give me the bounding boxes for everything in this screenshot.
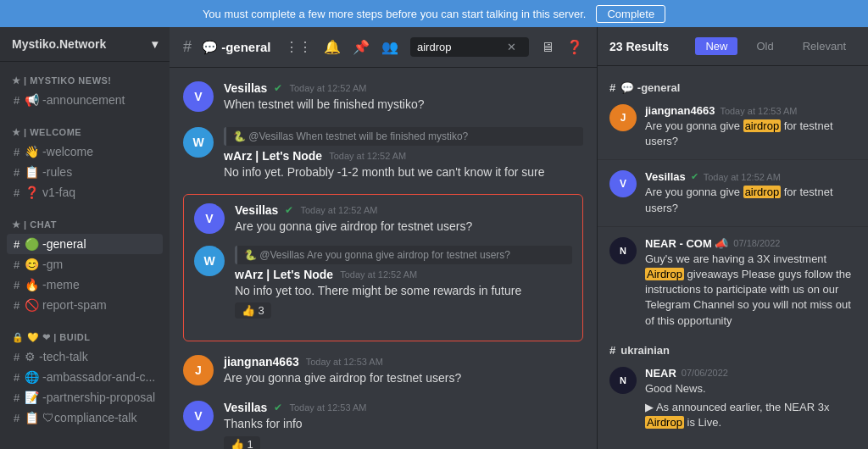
verified-icon: ✔: [691, 171, 698, 182]
message-content: Vesillas ✔ Today at 12:52 AM When testne…: [224, 81, 583, 114]
sidebar-item-gm[interactable]: # 😊 -gm: [7, 254, 163, 274]
clear-search-icon[interactable]: ✕: [507, 41, 516, 53]
search-panel-header: 23 Results New Old Relevant: [598, 27, 868, 66]
search-result-item: V Vesillas ✔ Today at 12:52 AM Are you g…: [598, 164, 868, 222]
message-time: Today at 12:53 AM: [289, 402, 366, 413]
inbox-icon[interactable]: 🖥: [541, 40, 554, 55]
result-header: Vesillas ✔ Today at 12:52 AM: [645, 170, 856, 183]
result-author: jiangnan4663: [645, 104, 715, 117]
message-time: Today at 12:52 AM: [289, 83, 366, 93]
members-icon[interactable]: 👥: [381, 39, 398, 55]
message-header: Vesillas ✔ Today at 12:53 AM: [224, 401, 583, 414]
hash-icon: #: [14, 166, 19, 179]
avatar: W: [194, 246, 225, 276]
result-avatar: N: [609, 367, 637, 394]
section-header: 🔒 💛 ❤ | BUIDL: [7, 332, 163, 346]
search-box[interactable]: ✕: [410, 37, 529, 57]
message-time: Today at 12:52 AM: [300, 205, 377, 215]
server-header[interactable]: Mystiko.Network ▾: [0, 27, 170, 62]
message-group: V Vesillas ✔ Today at 12:52 AM When test…: [183, 81, 583, 114]
messages-container: V Vesillas ✔ Today at 12:52 AM When test…: [170, 68, 597, 449]
filter-new-button[interactable]: New: [695, 37, 737, 55]
result-avatar: V: [609, 170, 637, 197]
section-header: ★ | WELCOME: [7, 127, 163, 141]
reply-preview: 🐍 @Vesillas Are you gonna give airdrop f…: [235, 246, 572, 264]
sidebar: Mystiko.Network ▾ ★ | MYSTIKO NEWS! # 📢 …: [0, 27, 170, 449]
result-content: NEAR - COM 📣 07/18/2022 Guy's we are hav…: [645, 237, 856, 329]
channel-name: 📋 🛡compliance-talk: [25, 411, 136, 424]
reaction[interactable]: 👍 3: [235, 302, 271, 319]
search-result-item: N NEAR - COM 📣 07/18/2022 Guy's we are h…: [598, 230, 868, 335]
result-time: 07/18/2022: [733, 238, 780, 248]
search-results-panel: 23 Results New Old Relevant # 💬 -general…: [597, 27, 868, 449]
result-text: Guy's we are having a 3X investment Aird…: [645, 252, 856, 329]
result-text: Are you gonna give airdrop for testnet u…: [645, 119, 856, 149]
help-icon[interactable]: ❓: [566, 39, 583, 55]
chat-area: # 💬 -general ⋮⋮ 🔔 📌 👥 ✕ 🖥 ❓ V: [170, 27, 597, 449]
header-actions: ⋮⋮ 🔔 📌 👥 ✕ 🖥 ❓: [285, 37, 583, 57]
hash-icon: #: [14, 186, 19, 199]
chevron-down-icon: ▾: [152, 37, 158, 51]
highlight-text: airdrop: [743, 186, 781, 198]
message-header: Vesillas ✔ Today at 12:52 AM: [235, 203, 572, 217]
result-time: 07/06/2022: [682, 368, 728, 378]
result-content: NEAR 07/06/2022 Good News. ▶ As announce…: [645, 367, 856, 431]
threads-icon[interactable]: ⋮⋮: [285, 39, 312, 55]
channel-name: ukrainian: [620, 344, 670, 357]
result-channel-label: # 💬 -general: [598, 73, 868, 97]
result-content: jiangnan4663 Today at 12:53 AM Are you g…: [645, 104, 856, 149]
hash-icon: #: [183, 38, 192, 56]
avatar: J: [183, 355, 214, 385]
result-header: NEAR - COM 📣 07/18/2022: [645, 237, 856, 250]
sidebar-item-compliance[interactable]: # 📋 🛡compliance-talk: [7, 407, 163, 428]
sidebar-item-meme[interactable]: # 🔥 -meme: [7, 274, 163, 295]
message-author: Vesillas: [224, 81, 267, 95]
notification-icon[interactable]: 🔔: [324, 39, 341, 55]
channel-name: 💬 -general: [620, 81, 680, 94]
sidebar-item-faq[interactable]: # ❓ v1-faq: [7, 182, 163, 202]
channel-title: 💬 -general: [202, 40, 271, 55]
message-group: J jiangnan4663 Today at 12:53 AM Are you…: [183, 355, 583, 387]
sidebar-item-rules[interactable]: # 📋 -rules: [7, 162, 163, 182]
message-text: Are you gonna give airdrop for testnet u…: [235, 219, 572, 236]
sidebar-item-partnership[interactable]: # 📝 -partnership-proposal: [7, 387, 163, 407]
sidebar-item-ambassador[interactable]: # 🌐 -ambassador-and-c...: [7, 367, 163, 387]
channel-name: 🚫 report-spam: [25, 298, 106, 312]
section-chat: ★ | CHAT # 🟢 -general # 😊 -gm # 🔥 -meme …: [0, 206, 170, 319]
verified-icon: ✔: [274, 402, 282, 413]
sidebar-item-report-spam[interactable]: # 🚫 report-spam: [7, 295, 163, 315]
result-avatar: J: [609, 104, 637, 131]
hash-icon: #: [609, 81, 615, 94]
message-header: wArz | Let's Node Today at 12:52 AM: [224, 149, 583, 163]
message-text: No info yet too. There might be some rew…: [235, 283, 572, 300]
message-text: Thanks for info: [224, 416, 583, 433]
result-author: NEAR - COM 📣: [645, 237, 728, 250]
complete-button[interactable]: Complete: [596, 5, 665, 23]
filter-old-button[interactable]: Old: [746, 37, 783, 55]
section-header: ★ | CHAT: [7, 219, 163, 234]
message-content: 🐍 @Vesillas When testnet will be finishe…: [224, 127, 583, 181]
sidebar-item-tech-talk[interactable]: # ⚙ -tech-talk: [7, 346, 163, 367]
pin-icon[interactable]: 📌: [353, 39, 370, 55]
message-time: Today at 12:52 AM: [340, 269, 417, 280]
channel-name: 📋 -rules: [25, 165, 72, 179]
sidebar-item-general[interactable]: # 🟢 -general: [7, 234, 163, 254]
hash-icon: #: [14, 299, 19, 312]
highlight-text: Airdrop: [645, 268, 684, 280]
result-text: Are you gonna give airdrop for testnet u…: [645, 185, 856, 215]
channel-name: 😊 -gm: [25, 258, 63, 271]
reaction[interactable]: 👍 1: [224, 436, 260, 449]
filter-relevant-button[interactable]: Relevant: [793, 37, 856, 55]
avatar: W: [183, 127, 214, 158]
sidebar-item-announcement[interactable]: # 📢 -announcement: [7, 90, 163, 110]
sidebar-item-welcome[interactable]: # 👋 -welcome: [7, 141, 163, 162]
result-channel-label: # ukrainian: [598, 335, 868, 360]
avatar: V: [194, 203, 225, 234]
message-author: Vesillas: [235, 203, 278, 217]
channel-name: 🟢 -general: [25, 237, 86, 251]
search-result-item: J jiangnan4663 Today at 12:53 AM Are you…: [598, 97, 868, 156]
hash-icon: #: [609, 344, 615, 357]
search-input[interactable]: [417, 41, 502, 53]
message-text: Are you gonna give airdrop for testnet u…: [224, 370, 583, 387]
message-author: jiangnan4663: [224, 355, 299, 369]
